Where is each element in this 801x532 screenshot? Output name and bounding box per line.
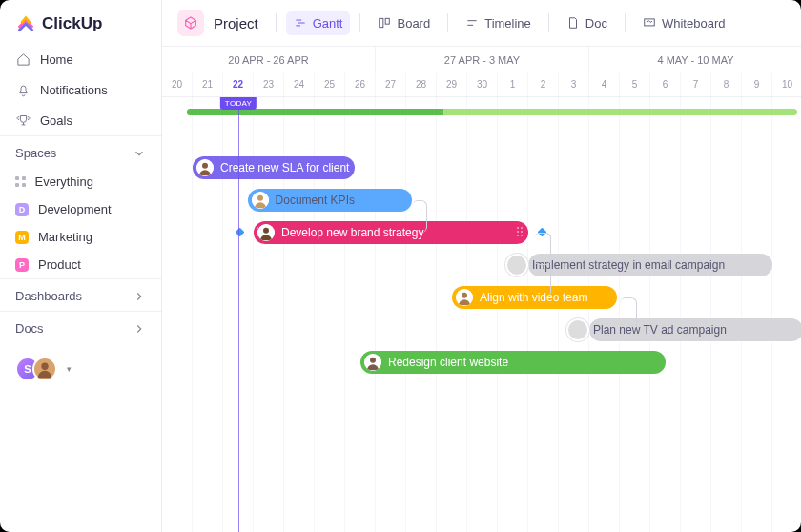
project-icon <box>177 10 204 36</box>
day-header[interactable]: 3 <box>559 73 589 96</box>
day-header[interactable]: 8 <box>711 73 742 96</box>
dependency-line <box>412 200 427 233</box>
logo-text: ClickUp <box>42 14 102 33</box>
separator <box>276 13 277 32</box>
grid-icon <box>15 176 26 187</box>
space-everything[interactable]: Everything <box>0 168 161 195</box>
logo[interactable]: ClickUp <box>0 0 161 44</box>
day-header[interactable]: 30 <box>467 73 498 96</box>
view-label: Board <box>397 16 430 31</box>
nav-label: Home <box>40 52 73 67</box>
section-label: Dashboards <box>15 289 82 303</box>
space-label: Everything <box>35 174 93 189</box>
day-header[interactable]: 1 <box>498 73 528 96</box>
section-docs[interactable]: Docs <box>0 311 161 343</box>
view-doc[interactable]: Doc <box>559 11 615 35</box>
svg-point-0 <box>41 363 48 370</box>
summary-progress <box>187 109 797 115</box>
space-label: Development <box>38 202 112 216</box>
whiteboard-icon <box>643 16 656 30</box>
separator <box>548 13 549 32</box>
view-timeline[interactable]: Timeline <box>458 11 539 35</box>
svg-rect-4 <box>380 18 383 27</box>
view-whiteboard[interactable]: Whiteboard <box>635 11 732 35</box>
view-label: Gantt <box>313 16 343 31</box>
week-header: 27 APR - 3 MAY <box>376 47 589 73</box>
space-badge: D <box>15 203 29 216</box>
day-header[interactable]: 23 <box>254 73 284 96</box>
space-product[interactable]: P Product <box>0 251 161 278</box>
day-header[interactable]: 21 <box>193 73 223 96</box>
svg-rect-8 <box>645 19 655 26</box>
gantt-chart[interactable]: TODAY Create new SLA for clientDocument … <box>162 97 801 532</box>
bell-icon <box>15 82 31 97</box>
section-label: Spaces <box>15 146 56 160</box>
view-board[interactable]: Board <box>370 11 438 35</box>
separator <box>625 13 626 32</box>
task-bar[interactable]: Document KPIs <box>248 189 413 212</box>
day-header[interactable]: 28 <box>406 73 437 96</box>
week-header: 20 APR - 26 APR <box>162 47 376 73</box>
home-icon <box>15 51 31 67</box>
day-header[interactable]: 6 <box>650 73 681 96</box>
svg-point-18 <box>370 358 376 363</box>
day-header[interactable]: 26 <box>345 73 376 96</box>
nav-label: Goals <box>40 113 72 128</box>
space-development[interactable]: D Development <box>0 195 161 223</box>
today-badge: TODAY <box>220 97 257 110</box>
task-bar[interactable]: Implement strategy in email campaign <box>528 254 772 276</box>
space-badge: P <box>15 258 29 272</box>
day-header[interactable]: 2 <box>528 73 559 96</box>
svg-point-12 <box>257 195 263 201</box>
view-gantt[interactable]: Gantt <box>286 11 351 35</box>
day-header[interactable]: 27 <box>376 73 406 96</box>
nav-goals[interactable]: Goals <box>0 105 161 135</box>
timeline-icon <box>465 16 479 30</box>
separator <box>447 13 448 32</box>
day-header[interactable]: 22 <box>223 73 254 96</box>
chevron-down-icon <box>133 147 146 160</box>
week-header: 4 MAY - 10 MAY <box>589 47 801 73</box>
day-header[interactable]: 29 <box>437 73 467 96</box>
avatar <box>32 357 57 381</box>
day-header[interactable]: 24 <box>284 73 315 96</box>
doc-icon <box>566 16 580 30</box>
assignee-avatar <box>364 354 381 371</box>
assignee-avatar <box>456 289 473 306</box>
today-line <box>238 97 239 532</box>
nav-notifications[interactable]: Notifications <box>0 74 161 105</box>
day-header[interactable]: 7 <box>681 73 711 96</box>
section-label: Docs <box>15 321 44 336</box>
day-header[interactable]: 25 <box>315 73 345 96</box>
app-window: ClickUp Home Notifications Goals Spaces … <box>0 0 801 532</box>
section-spaces[interactable]: Spaces <box>0 135 161 168</box>
presence[interactable]: S ▾ <box>0 343 161 395</box>
board-icon <box>378 16 391 30</box>
task-bar[interactable]: Redesign client website <box>360 351 666 374</box>
task-label: Develop new brand strategy <box>281 226 423 239</box>
avatar-stack: S <box>15 357 57 381</box>
chevron-right-icon <box>133 290 146 303</box>
day-header[interactable]: 20 <box>162 73 193 96</box>
task-label: Create new SLA for client <box>220 161 349 174</box>
dependency-line <box>534 233 551 297</box>
day-header[interactable]: 4 <box>589 73 620 96</box>
task-bar[interactable]: Develop new brand strategy <box>254 221 528 244</box>
day-header[interactable]: 10 <box>772 73 801 96</box>
toolbar: Project Gantt Board Timeline Doc <box>162 0 801 47</box>
space-label: Marketing <box>38 230 92 244</box>
task-label: Redesign client website <box>388 356 508 369</box>
day-header[interactable]: 5 <box>620 73 650 96</box>
task-bar[interactable]: Create new SLA for client <box>193 156 355 179</box>
assignee-avatar <box>196 159 214 176</box>
drag-handle-icon[interactable] <box>517 227 524 238</box>
nav-home[interactable]: Home <box>0 44 161 74</box>
assignee-avatar <box>252 192 269 209</box>
project-title[interactable]: Project <box>214 15 258 31</box>
space-marketing[interactable]: M Marketing <box>0 223 161 251</box>
space-badge: M <box>15 231 29 244</box>
timeline-header: 20 APR - 26 APR27 APR - 3 MAY4 MAY - 10 … <box>162 47 801 97</box>
day-header[interactable]: 9 <box>742 73 772 96</box>
section-dashboards[interactable]: Dashboards <box>0 278 161 311</box>
logo-icon <box>15 13 36 34</box>
